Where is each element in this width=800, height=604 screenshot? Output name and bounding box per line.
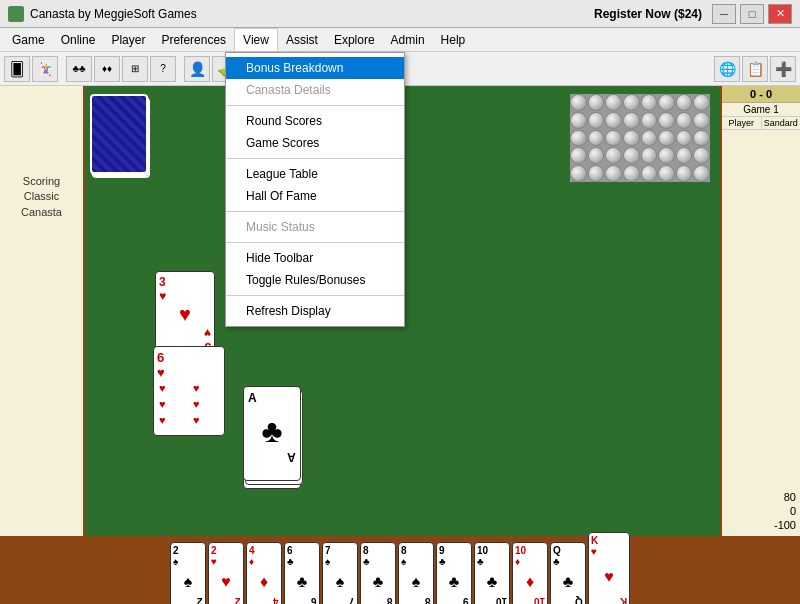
ace-rank-bottom: A [287,450,296,464]
score-header: 0 - 0 [722,86,800,103]
menu-view[interactable]: View [234,28,278,51]
window-title: Canasta by MeggieSoft Games [30,7,594,21]
window-controls: ─ □ ✕ [712,4,792,24]
card-6h-pips: ♥♥ ♥♥ ♥♥ [157,380,221,428]
menu-admin[interactable]: Admin [383,28,433,51]
hand-card-0[interactable]: 2♠ ♠ 2 [170,542,206,604]
score-value-1: 80 [726,491,796,503]
score-label-text: Scoring Classic Canasta [21,174,62,220]
hand-card-11[interactable]: K♥ ♥ K [588,532,630,604]
canasta-pile [570,94,710,182]
dd-sep-4 [226,242,404,243]
hand-card-6[interactable]: 8♠ ♠ 8 [398,542,434,604]
hand-card-8[interactable]: 10♣ ♣ 10 [474,542,510,604]
hand-card-7[interactable]: 9♣ ♣ 9 [436,542,472,604]
hand-card-9[interactable]: 10♦ ♦ 10 [512,542,548,604]
card-3-hearts[interactable]: 3♥ ♥ 3♥ [155,271,215,353]
maximize-button[interactable]: □ [740,4,764,24]
tb-btn-9[interactable]: 📋 [742,56,768,82]
card-6h-top: 6♥ [157,350,221,380]
tb-btn-globe[interactable]: 🌐 [714,56,740,82]
ace-card: A ♣ A [243,386,301,481]
tb-btn-1[interactable]: 🂠 [4,56,30,82]
dd-canasta-details: Canasta Details [226,79,404,101]
dd-round-scores[interactable]: Round Scores [226,110,404,132]
hand-card-2[interactable]: 4♦ ♦ 4 [246,542,282,604]
view-dropdown: Bonus Breakdown Canasta Details Round Sc… [225,52,405,327]
app-icon [8,6,24,22]
score-value-2: 0 [726,505,796,517]
dd-refresh-display[interactable]: Refresh Display [226,300,404,322]
tb-btn-10[interactable]: ➕ [770,56,796,82]
ace-suit: ♣ [262,413,283,450]
dd-league-table[interactable]: League Table [226,163,404,185]
card-6-hearts[interactable]: 6♥ ♥♥ ♥♥ ♥♥ [153,346,225,436]
ace-rank: A [248,391,257,405]
dd-toggle-rules[interactable]: Toggle Rules/Bonuses [226,269,404,291]
hand-card-5[interactable]: 8♣ ♣ 8 [360,542,396,604]
dd-sep-5 [226,295,404,296]
score-columns: Player Sandard [722,117,800,130]
dd-game-scores[interactable]: Game Scores [226,132,404,154]
score-game-label: Game 1 [722,103,800,117]
golf-balls [570,94,710,182]
score-col-player: Player [722,117,762,129]
score-panel: 0 - 0 Game 1 Player Sandard 80 0 -100 [720,86,800,536]
menu-online[interactable]: Online [53,28,104,51]
menu-player[interactable]: Player [103,28,153,51]
register-button[interactable]: Register Now ($24) [594,7,702,21]
card-rank-top: 3♥ [159,275,211,303]
tb-btn-7[interactable]: 👤 [184,56,210,82]
menu-game[interactable]: Game [4,28,53,51]
tb-btn-6[interactable]: ? [150,56,176,82]
menubar: Game Online Player Preferences View Assi… [0,28,800,52]
hand-card-10[interactable]: Q♣ ♣ Q [550,542,586,604]
dd-sep-2 [226,158,404,159]
card-suit-center: ♥ [159,303,211,326]
tb-btn-4[interactable]: ♦♦ [94,56,120,82]
tb-btn-5[interactable]: ⊞ [122,56,148,82]
stock-pile[interactable] [90,94,150,176]
menu-help[interactable]: Help [433,28,474,51]
score-col-standard: Sandard [762,117,801,129]
score-numbers: 80 0 -100 [722,130,800,536]
dd-sep-3 [226,211,404,212]
hand-card-1[interactable]: 2♥ ♥ 2 [208,542,244,604]
menu-explore[interactable]: Explore [326,28,383,51]
titlebar: Canasta by MeggieSoft Games Register Now… [0,0,800,28]
menu-preferences[interactable]: Preferences [153,28,234,51]
hand-card-3[interactable]: 6♣ ♣ 6 [284,542,320,604]
tb-btn-2[interactable]: 🃏 [32,56,58,82]
hand-area: 2♠ ♠ 2 2♥ ♥ 2 4♦ ♦ 4 6♣ ♣ 6 7♠ ♠ 7 8♣ ♣ … [0,536,800,604]
tb-btn-3[interactable]: ♣♣ [66,56,92,82]
dd-hall-of-fame[interactable]: Hall Of Fame [226,185,404,207]
dd-music-status: Music Status [226,216,404,238]
hand-card-4[interactable]: 7♠ ♠ 7 [322,542,358,604]
score-label: Scoring Classic Canasta [0,86,85,536]
dd-hide-toolbar[interactable]: Hide Toolbar [226,247,404,269]
close-button[interactable]: ✕ [768,4,792,24]
minimize-button[interactable]: ─ [712,4,736,24]
dd-bonus-breakdown[interactable]: Bonus Breakdown [226,57,404,79]
score-value-3: -100 [726,519,796,531]
dd-sep-1 [226,105,404,106]
menu-assist[interactable]: Assist [278,28,326,51]
